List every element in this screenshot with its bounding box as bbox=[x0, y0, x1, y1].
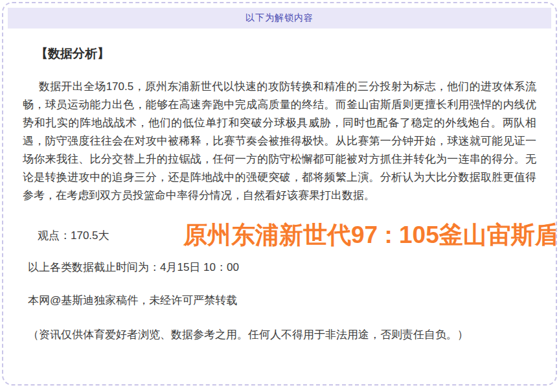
unlock-banner-text: 以下为解锁内容 bbox=[245, 12, 314, 24]
analysis-paragraph: 数据开出全场170.5，原州东浦新世代以快速的攻防转换和精准的三分投射为标志，他… bbox=[23, 78, 536, 205]
article-content: 【数据分析】 数据开出全场170.5，原州东浦新世代以快速的攻防转换和精准的三分… bbox=[3, 45, 556, 343]
unlock-banner: 以下为解锁内容 bbox=[8, 8, 551, 29]
data-cutoff-line: 以上各类数据截止时间为：4月15日 10：00 bbox=[28, 259, 536, 276]
viewpoint-text: 观点：170.5大 bbox=[38, 228, 109, 243]
viewpoint-row: 观点：170.5大 原州东浦新世代97 : 105釜山宙斯盾 bbox=[3, 220, 556, 251]
disclaimer-line: （资讯仅供体育爱好者浏览、数据参考之用。任何人不得用于非法用途，否则责任自负。） bbox=[28, 327, 536, 343]
section-title: 【数据分析】 bbox=[23, 45, 536, 62]
match-score-text: 原州东浦新世代97 : 105釜山宙斯盾 bbox=[183, 219, 557, 251]
copyright-line: 本网@基斯迪独家稿件，未经许可严禁转载 bbox=[28, 292, 536, 309]
unlocked-content-panel: 以下为解锁内容 【数据分析】 数据开出全场170.5，原州东浦新世代以快速的攻防… bbox=[2, 2, 557, 386]
